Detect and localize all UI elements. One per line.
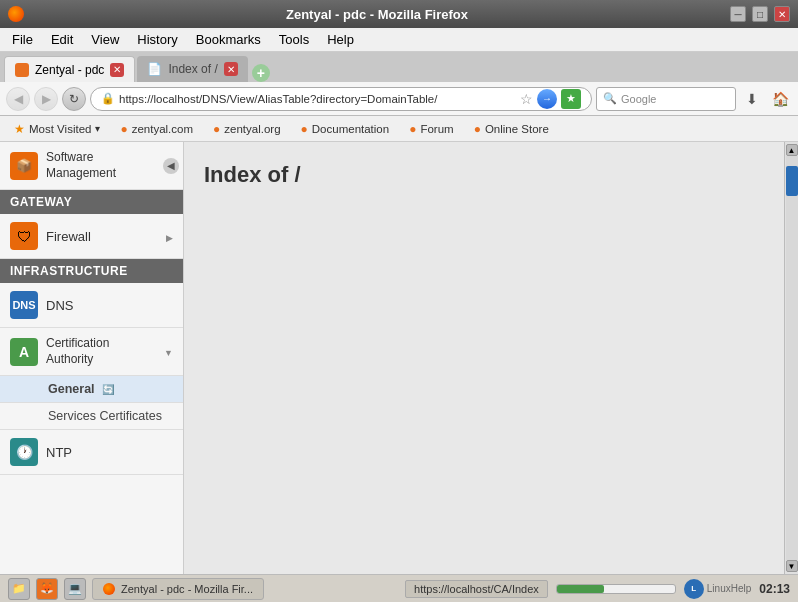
scroll-up-button[interactable]: ▲ [786, 144, 798, 156]
taskbar-btn-terminal[interactable]: 💻 [64, 578, 86, 600]
taskbar-btn-files[interactable]: 📁 [8, 578, 30, 600]
bookmark-zentyal-com[interactable]: ● zentyal.com [112, 120, 201, 138]
most-visited-icon: ★ [14, 122, 25, 136]
tab-close-zentyal[interactable]: ✕ [110, 63, 124, 77]
sidebar-section-gateway: GATEWAY [0, 190, 183, 214]
menu-bar: File Edit View History Bookmarks Tools H… [0, 28, 798, 52]
linux-help-logo: L LinuxHelp [684, 579, 751, 599]
active-window-taskbar[interactable]: Zentyal - pdc - Mozilla Fir... [92, 578, 264, 600]
linux-help-label: LinuxHelp [707, 583, 751, 594]
certification-authority-chevron [164, 344, 173, 359]
search-bar[interactable]: 🔍 Google [596, 87, 736, 111]
back-button[interactable]: ◀ [6, 87, 30, 111]
tab-favicon-index: 📄 [147, 62, 162, 76]
menu-file[interactable]: File [4, 30, 41, 49]
sidebar-item-certification-authority[interactable]: A CertificationAuthority [0, 328, 183, 376]
bookmark-most-visited[interactable]: ★ Most Visited ▾ [6, 120, 108, 138]
bookmarks-bar: ★ Most Visited ▾ ● zentyal.com ● zentyal… [0, 116, 798, 142]
most-visited-arrow: ▾ [95, 123, 100, 134]
window-title: Zentyal - pdc - Mozilla Firefox [24, 7, 730, 22]
sidebar-sub-item-services-certificates[interactable]: Services Certificates [0, 403, 183, 430]
maximize-button[interactable]: □ [752, 6, 768, 22]
address-bar: ◀ ▶ ↻ 🔒 https://localhost/DNS/View/Alias… [0, 82, 798, 116]
sidebar-sub-item-general[interactable]: General 🔄 [0, 376, 183, 403]
reload-button[interactable]: ↻ [62, 87, 86, 111]
dns-icon: DNS [10, 291, 38, 319]
certification-authority-label: CertificationAuthority [46, 336, 156, 367]
status-url: https://localhost/CA/Index [405, 580, 548, 598]
documentation-icon: ● [301, 122, 308, 136]
status-right: https://localhost/CA/Index L LinuxHelp 0… [405, 579, 790, 599]
general-label: General [48, 382, 95, 396]
download-button[interactable]: ⬇ [740, 87, 764, 111]
bookmark-forum-label: Forum [420, 123, 453, 135]
home-button[interactable]: 🏠 [768, 87, 792, 111]
taskbar-btn-firefox[interactable]: 🦊 [36, 578, 58, 600]
certification-authority-icon: A [10, 338, 38, 366]
page-content: Index of / [184, 142, 784, 574]
status-time: 02:13 [759, 582, 790, 596]
menu-view[interactable]: View [83, 30, 127, 49]
menu-bookmarks[interactable]: Bookmarks [188, 30, 269, 49]
search-placeholder: Google [621, 93, 656, 105]
sidebar-item-dns[interactable]: DNS DNS [0, 283, 183, 328]
bookmark-forum[interactable]: ● Forum [401, 120, 461, 138]
general-active-icon: 🔄 [102, 384, 114, 395]
bookmark-documentation[interactable]: ● Documentation [293, 120, 398, 138]
close-button[interactable]: ✕ [774, 6, 790, 22]
sidebar-collapse-icon[interactable]: ◀ [163, 158, 179, 174]
firewall-chevron [166, 229, 173, 244]
forward-button[interactable]: ▶ [34, 87, 58, 111]
lock-icon: 🔒 [101, 92, 115, 105]
menu-tools[interactable]: Tools [271, 30, 317, 49]
tabs-bar: Zentyal - pdc ✕ 📄 Index of / ✕ + [0, 52, 798, 82]
star-icon[interactable]: ☆ [520, 91, 533, 107]
software-management-label: SoftwareManagement [46, 150, 173, 181]
tab-label-zentyal: Zentyal - pdc [35, 63, 104, 77]
bookmark-zentyal-org[interactable]: ● zentyal.org [205, 120, 289, 138]
menu-history[interactable]: History [129, 30, 185, 49]
sidebar-item-firewall[interactable]: 🛡 Firewall [0, 214, 183, 259]
linux-help-icon: L [684, 579, 704, 599]
search-engine-icon: 🔍 [603, 92, 617, 105]
ntp-label: NTP [46, 445, 173, 460]
bookmark-zentyal-org-label: zentyal.org [224, 123, 280, 135]
online-store-icon: ● [474, 122, 481, 136]
progress-fill [557, 585, 604, 593]
minimize-button[interactable]: ─ [730, 6, 746, 22]
taskbar-firefox-icon [103, 583, 115, 595]
firewall-icon: 🛡 [10, 222, 38, 250]
new-tab-button[interactable]: + [252, 64, 270, 82]
menu-help[interactable]: Help [319, 30, 362, 49]
bookmark-online-store[interactable]: ● Online Store [466, 120, 557, 138]
forum-icon: ● [409, 122, 416, 136]
page-title: Index of / [204, 162, 764, 188]
app-icon [8, 6, 24, 22]
identity-icon[interactable]: → [537, 89, 557, 109]
window-controls: ─ □ ✕ [730, 6, 790, 22]
progress-bar [556, 584, 676, 594]
url-text: https://localhost/DNS/View/AliasTable?di… [119, 93, 516, 105]
tab-index[interactable]: 📄 Index of / ✕ [137, 56, 247, 82]
scrollbar[interactable]: ▲ ▼ [784, 142, 798, 574]
scroll-track [786, 156, 798, 560]
content-area: Index of / [184, 142, 784, 574]
scroll-down-button[interactable]: ▼ [786, 560, 798, 572]
status-bar: 📁 🦊 💻 Zentyal - pdc - Mozilla Fir... htt… [0, 574, 798, 602]
bookmark-documentation-label: Documentation [312, 123, 389, 135]
services-certificates-label: Services Certificates [48, 409, 162, 423]
scroll-thumb[interactable] [786, 166, 798, 196]
software-management-icon: 📦 [10, 152, 38, 180]
bookmark-zentyal-com-label: zentyal.com [132, 123, 193, 135]
bookmark-star-button[interactable]: ★ [561, 89, 581, 109]
bookmark-most-visited-label: Most Visited [29, 123, 91, 135]
ntp-icon: 🕐 [10, 438, 38, 466]
sidebar: 📦 SoftwareManagement ◀ GATEWAY 🛡 Firewal… [0, 142, 184, 574]
url-bar[interactable]: 🔒 https://localhost/DNS/View/AliasTable?… [90, 87, 592, 111]
tab-close-index[interactable]: ✕ [224, 62, 238, 76]
tab-zentyal-pdc[interactable]: Zentyal - pdc ✕ [4, 56, 135, 82]
sidebar-item-software-management[interactable]: 📦 SoftwareManagement ◀ [0, 142, 183, 190]
sidebar-item-ntp[interactable]: 🕐 NTP [0, 430, 183, 475]
dns-label: DNS [46, 298, 173, 313]
menu-edit[interactable]: Edit [43, 30, 81, 49]
